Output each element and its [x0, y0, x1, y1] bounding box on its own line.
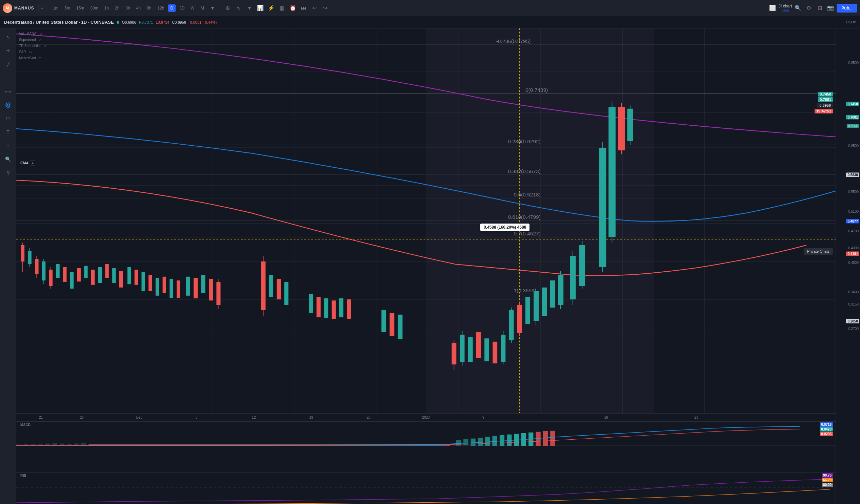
ohlc-close: C0.6956 — [172, 20, 186, 25]
horizontal-line-icon[interactable]: ─ — [2, 72, 14, 84]
undo-icon[interactable]: ↩ — [310, 3, 319, 13]
indicator-td-eye[interactable]: ⊘ — [42, 43, 47, 48]
indicator-supertrend-eye[interactable]: ⊘ — [38, 37, 42, 42]
timeframe-D[interactable]: D — [168, 4, 176, 12]
svg-rect-135 — [485, 437, 490, 446]
crosshair-icon[interactable]: ⊕ — [223, 3, 232, 13]
timeframe-3D[interactable]: 3D — [177, 4, 187, 12]
rsi-panel: RSI 90.75 66.29 80.00 — [16, 472, 860, 504]
svg-rect-51 — [91, 270, 95, 285]
timeframe-1m[interactable]: 1m — [51, 4, 61, 12]
ohlc-high: H0.7371 — [139, 20, 153, 25]
svg-rect-134 — [478, 438, 483, 446]
rsi-chart — [16, 473, 860, 504]
indicator-sar-label: SAR — [19, 50, 26, 54]
chart-type-dropdown[interactable]: ▾ — [245, 3, 254, 13]
svg-rect-46 — [56, 264, 59, 278]
indicator-sar-eye[interactable]: ⊘ — [28, 49, 33, 54]
indicator-td: TD Sequential ⊘ — [19, 43, 47, 49]
fib-icon[interactable]: 🌀 — [2, 99, 14, 111]
indicators-panel: Vol · MANA ⊘ Supertrend ⊘ TD Sequential … — [16, 28, 50, 63]
price-label-2700: 0.2700 — [848, 327, 859, 330]
timeframe-dropdown-button[interactable]: ▾ — [208, 3, 217, 13]
bar-chart-icon[interactable]: 📊 — [256, 3, 265, 13]
svg-rect-52 — [98, 267, 102, 283]
timeframe-1h[interactable]: 1h — [102, 4, 111, 12]
publish-button[interactable]: Pub... — [836, 4, 857, 13]
indicator-vol-eye[interactable]: ⊘ — [38, 31, 43, 36]
timeframe-2h[interactable]: 2h — [113, 4, 122, 12]
macd-panel: MACD — [16, 421, 860, 472]
timeframe-8h[interactable]: 8h — [144, 4, 154, 12]
timeframe-5m[interactable]: 5m — [62, 4, 73, 12]
svg-rect-50 — [84, 266, 87, 278]
line-chart-icon[interactable]: ∿ — [234, 3, 243, 13]
timeframe-15m[interactable]: 15m — [74, 4, 86, 12]
svg-rect-83 — [398, 315, 403, 339]
svg-rect-88 — [468, 337, 473, 362]
measure-icon[interactable]: ↔ — [2, 139, 14, 152]
add-chart-button[interactable]: + — [38, 4, 46, 12]
trend-line-icon[interactable]: ╱ — [2, 58, 14, 71]
ohlc-low: L0.6714 — [156, 20, 169, 25]
ohlc-floating-panel: 0.7450 0.7081 0.6956 19:47:51 — [815, 92, 833, 114]
time-label-dec: Dec — [136, 416, 142, 419]
layout-resize-icon[interactable]: ⊞ — [815, 3, 825, 13]
macd-val-1: 0.0716 — [820, 423, 833, 427]
svg-rect-60 — [156, 278, 159, 296]
redo-icon[interactable]: ↪ — [321, 3, 330, 13]
cursor-icon[interactable]: ↖ — [2, 31, 14, 43]
timeframe-4h[interactable]: 4h — [134, 4, 143, 12]
price-label-6500: 0.6500 — [848, 144, 859, 147]
svg-rect-91 — [492, 342, 497, 364]
save-button[interactable]: Save — [782, 9, 789, 12]
svg-rect-131 — [456, 440, 461, 446]
svg-rect-66 — [201, 275, 205, 293]
currency-selector[interactable]: USD▾ — [846, 20, 856, 25]
time-label-26b: 26 — [367, 416, 371, 419]
indicator-vol-label: Vol · MANA — [19, 32, 36, 35]
layout-icon[interactable]: ▦ — [277, 3, 287, 13]
time-label-19: 19 — [310, 416, 313, 419]
svg-rect-144 — [550, 431, 555, 446]
svg-rect-54 — [112, 268, 116, 283]
price-badge-7450: 0.7450 — [846, 102, 859, 106]
timeframe-30m[interactable]: 30m — [88, 4, 100, 12]
camera-icon[interactable]: 📷 — [826, 3, 835, 13]
rsi-val-3: 80.00 — [822, 483, 833, 487]
price-label-3150: 0.3150 — [848, 302, 859, 306]
text-icon[interactable]: T — [2, 126, 14, 138]
search-icon[interactable]: 🔍 — [793, 3, 803, 13]
shape-icon[interactable]: □ — [2, 113, 14, 125]
crosshair-tool-icon[interactable]: ✛ — [2, 45, 14, 57]
timeframe-W[interactable]: W — [188, 4, 197, 12]
rsi-label: RSI — [20, 474, 26, 478]
svg-rect-77 — [324, 298, 328, 318]
timeframe-3h[interactable]: 3h — [123, 4, 132, 12]
svg-rect-72 — [269, 275, 273, 297]
timeframe-M[interactable]: M — [198, 4, 206, 12]
fullscreen-icon[interactable]: ⬜ — [768, 3, 777, 13]
indicator-vol: Vol · MANA ⊘ — [19, 30, 47, 36]
ema-collapse-button[interactable]: ▲ — [30, 160, 35, 166]
indicator-icon[interactable]: ⚡ — [267, 3, 276, 13]
settings-icon[interactable]: ⚙ — [804, 3, 814, 13]
clock-icon[interactable]: ⏰ — [288, 3, 298, 13]
svg-rect-82 — [389, 313, 394, 336]
time-label-21: 21 — [39, 416, 43, 419]
macd-val-3: 0.0295 — [820, 432, 833, 436]
time-label-6: 6 — [196, 416, 198, 419]
indicator-marketgod-eye[interactable]: ⊘ — [38, 56, 42, 60]
timeframe-12h[interactable]: 12h — [155, 4, 167, 12]
left-toolbar: ↖ ✛ ╱ ─ ⟺ 🌀 □ T ↔ 🔍 ⚲ — [0, 28, 16, 504]
indicator-marketgod: MarketGod ⊘ — [19, 55, 47, 61]
replay-back-icon[interactable]: ⏮ — [299, 3, 309, 13]
chart-title: Decentraland / United States Dollar · 1D… — [4, 20, 114, 25]
toolbar-divider-1 — [220, 4, 220, 12]
zoom-icon[interactable]: 🔍 — [2, 153, 14, 165]
time-label-23: 23 — [694, 416, 698, 419]
time-label-26: 26 — [80, 416, 84, 419]
parallel-channel-icon[interactable]: ⟺ — [2, 85, 14, 98]
svg-rect-65 — [194, 278, 198, 298]
magnet-icon[interactable]: ⚲ — [2, 167, 14, 179]
